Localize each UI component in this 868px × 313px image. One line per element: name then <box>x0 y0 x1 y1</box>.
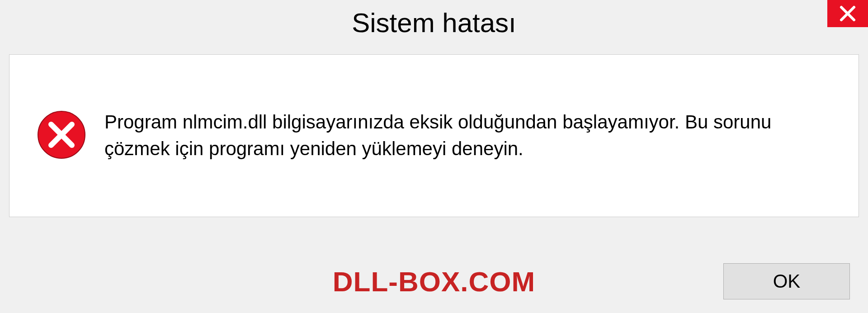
dialog-title: Sistem hatası <box>352 7 516 38</box>
content-area: Program nlmcim.dll bilgisayarınızda eksi… <box>9 54 859 217</box>
dialog-footer: DLL-BOX.COM OK <box>0 263 868 299</box>
close-icon <box>839 5 857 23</box>
watermark-text: DLL-BOX.COM <box>333 266 535 298</box>
error-icon <box>37 110 86 161</box>
ok-button[interactable]: OK <box>723 263 850 299</box>
error-message: Program nlmcim.dll bilgisayarınızda eksi… <box>104 109 831 162</box>
error-dialog: Sistem hatası Program nlmcim.dll bilgisa… <box>0 0 868 313</box>
title-bar: Sistem hatası <box>0 0 868 45</box>
close-button[interactable] <box>827 0 868 27</box>
